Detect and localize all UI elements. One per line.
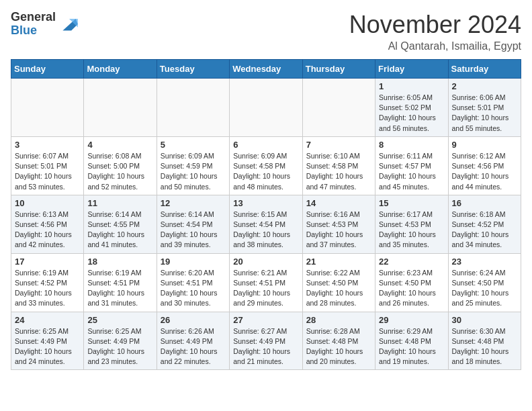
calendar-cell: 27Sunrise: 6:27 AM Sunset: 4:49 PM Dayli…	[230, 312, 302, 370]
day-info: Sunrise: 6:27 AM Sunset: 4:49 PM Dayligh…	[233, 326, 298, 367]
day-info: Sunrise: 6:25 AM Sunset: 4:49 PM Dayligh…	[15, 326, 80, 367]
day-number: 18	[87, 257, 152, 267]
calendar-cell	[157, 79, 229, 137]
day-info: Sunrise: 6:09 AM Sunset: 4:58 PM Dayligh…	[233, 151, 298, 192]
calendar-cell: 23Sunrise: 6:24 AM Sunset: 4:50 PM Dayli…	[448, 253, 521, 312]
day-info: Sunrise: 6:15 AM Sunset: 4:54 PM Dayligh…	[233, 210, 298, 250]
day-info: Sunrise: 6:06 AM Sunset: 5:01 PM Dayligh…	[452, 93, 517, 134]
day-info: Sunrise: 6:28 AM Sunset: 4:48 PM Dayligh…	[306, 326, 371, 367]
day-number: 26	[161, 315, 226, 325]
day-info: Sunrise: 6:10 AM Sunset: 4:58 PM Dayligh…	[306, 151, 371, 192]
calendar-cell	[84, 79, 157, 137]
day-number: 9	[452, 140, 517, 150]
day-number: 30	[452, 315, 517, 325]
calendar-table: SundayMondayTuesdayWednesdayThursdayFrid…	[11, 59, 521, 370]
day-info: Sunrise: 6:21 AM Sunset: 4:51 PM Dayligh…	[233, 268, 298, 309]
day-info: Sunrise: 6:19 AM Sunset: 4:52 PM Dayligh…	[15, 268, 80, 309]
day-number: 15	[379, 198, 444, 208]
day-info: Sunrise: 6:14 AM Sunset: 4:54 PM Dayligh…	[161, 210, 226, 250]
weekday-header-monday: Monday	[84, 60, 157, 79]
calendar-cell: 25Sunrise: 6:25 AM Sunset: 4:49 PM Dayli…	[84, 312, 157, 370]
day-number: 21	[306, 257, 371, 267]
day-info: Sunrise: 6:19 AM Sunset: 4:51 PM Dayligh…	[87, 268, 152, 309]
day-number: 1	[379, 81, 444, 91]
day-number: 12	[161, 198, 226, 208]
logo-icon	[58, 13, 80, 35]
weekday-header-tuesday: Tuesday	[157, 60, 229, 79]
day-number: 6	[233, 140, 298, 150]
day-number: 23	[452, 257, 517, 267]
calendar-cell	[11, 79, 84, 137]
calendar-cell: 30Sunrise: 6:30 AM Sunset: 4:48 PM Dayli…	[448, 312, 521, 370]
day-info: Sunrise: 6:23 AM Sunset: 4:50 PM Dayligh…	[379, 268, 444, 309]
weekday-header-thursday: Thursday	[302, 60, 375, 79]
day-info: Sunrise: 6:18 AM Sunset: 4:52 PM Dayligh…	[452, 210, 517, 250]
day-number: 13	[233, 198, 298, 208]
calendar-cell: 20Sunrise: 6:21 AM Sunset: 4:51 PM Dayli…	[230, 253, 302, 312]
weekday-header-saturday: Saturday	[448, 60, 521, 79]
calendar-cell: 5Sunrise: 6:09 AM Sunset: 4:59 PM Daylig…	[157, 136, 229, 195]
day-info: Sunrise: 6:08 AM Sunset: 5:00 PM Dayligh…	[87, 151, 152, 192]
calendar-cell: 16Sunrise: 6:18 AM Sunset: 4:52 PM Dayli…	[448, 195, 521, 253]
logo-general: General	[11, 11, 56, 24]
title-block: November 2024 Al Qantarah, Ismailia, Egy…	[349, 11, 521, 52]
calendar-cell: 17Sunrise: 6:19 AM Sunset: 4:52 PM Dayli…	[11, 253, 84, 312]
calendar-cell: 24Sunrise: 6:25 AM Sunset: 4:49 PM Dayli…	[11, 312, 84, 370]
day-number: 11	[87, 198, 152, 208]
day-info: Sunrise: 6:12 AM Sunset: 4:56 PM Dayligh…	[452, 151, 517, 192]
calendar-cell: 28Sunrise: 6:28 AM Sunset: 4:48 PM Dayli…	[302, 312, 375, 370]
day-info: Sunrise: 6:09 AM Sunset: 4:59 PM Dayligh…	[161, 151, 226, 192]
day-number: 2	[452, 81, 517, 91]
calendar-cell: 19Sunrise: 6:20 AM Sunset: 4:51 PM Dayli…	[157, 253, 229, 312]
day-number: 25	[87, 315, 152, 325]
calendar-cell: 9Sunrise: 6:12 AM Sunset: 4:56 PM Daylig…	[448, 136, 521, 195]
page-header: General Blue November 2024 Al Qantarah, …	[11, 11, 521, 52]
day-info: Sunrise: 6:14 AM Sunset: 4:55 PM Dayligh…	[87, 210, 152, 250]
day-number: 19	[161, 257, 226, 267]
day-number: 28	[306, 315, 371, 325]
calendar-week-row: 10Sunrise: 6:13 AM Sunset: 4:56 PM Dayli…	[11, 195, 521, 253]
calendar-cell: 22Sunrise: 6:23 AM Sunset: 4:50 PM Dayli…	[375, 253, 448, 312]
day-info: Sunrise: 6:22 AM Sunset: 4:50 PM Dayligh…	[306, 268, 371, 309]
calendar-week-row: 24Sunrise: 6:25 AM Sunset: 4:49 PM Dayli…	[11, 312, 521, 370]
day-info: Sunrise: 6:20 AM Sunset: 4:51 PM Dayligh…	[161, 268, 226, 309]
calendar-week-row: 1Sunrise: 6:05 AM Sunset: 5:02 PM Daylig…	[11, 79, 521, 137]
day-number: 3	[15, 140, 80, 150]
day-info: Sunrise: 6:24 AM Sunset: 4:50 PM Dayligh…	[452, 268, 517, 309]
day-info: Sunrise: 6:17 AM Sunset: 4:53 PM Dayligh…	[379, 210, 444, 250]
logo-blue: Blue	[11, 24, 56, 38]
day-info: Sunrise: 6:07 AM Sunset: 5:01 PM Dayligh…	[15, 151, 80, 192]
calendar-cell: 1Sunrise: 6:05 AM Sunset: 5:02 PM Daylig…	[375, 79, 448, 137]
day-info: Sunrise: 6:29 AM Sunset: 4:48 PM Dayligh…	[379, 326, 444, 367]
calendar-cell: 6Sunrise: 6:09 AM Sunset: 4:58 PM Daylig…	[230, 136, 302, 195]
calendar-cell: 11Sunrise: 6:14 AM Sunset: 4:55 PM Dayli…	[84, 195, 157, 253]
calendar-cell: 8Sunrise: 6:11 AM Sunset: 4:57 PM Daylig…	[375, 136, 448, 195]
calendar-cell: 18Sunrise: 6:19 AM Sunset: 4:51 PM Dayli…	[84, 253, 157, 312]
day-info: Sunrise: 6:30 AM Sunset: 4:48 PM Dayligh…	[452, 326, 517, 367]
day-number: 7	[306, 140, 371, 150]
day-number: 27	[233, 315, 298, 325]
calendar-cell: 7Sunrise: 6:10 AM Sunset: 4:58 PM Daylig…	[302, 136, 375, 195]
calendar-cell: 26Sunrise: 6:26 AM Sunset: 4:49 PM Dayli…	[157, 312, 229, 370]
day-number: 8	[379, 140, 444, 150]
calendar-week-row: 17Sunrise: 6:19 AM Sunset: 4:52 PM Dayli…	[11, 253, 521, 312]
calendar-cell: 4Sunrise: 6:08 AM Sunset: 5:00 PM Daylig…	[84, 136, 157, 195]
calendar-cell: 21Sunrise: 6:22 AM Sunset: 4:50 PM Dayli…	[302, 253, 375, 312]
day-info: Sunrise: 6:11 AM Sunset: 4:57 PM Dayligh…	[379, 151, 444, 192]
calendar-cell: 3Sunrise: 6:07 AM Sunset: 5:01 PM Daylig…	[11, 136, 84, 195]
day-info: Sunrise: 6:26 AM Sunset: 4:49 PM Dayligh…	[161, 326, 226, 367]
day-number: 5	[161, 140, 226, 150]
day-info: Sunrise: 6:13 AM Sunset: 4:56 PM Dayligh…	[15, 210, 80, 250]
calendar-cell: 2Sunrise: 6:06 AM Sunset: 5:01 PM Daylig…	[448, 79, 521, 137]
day-number: 17	[15, 257, 80, 267]
day-number: 24	[15, 315, 80, 325]
calendar-cell: 10Sunrise: 6:13 AM Sunset: 4:56 PM Dayli…	[11, 195, 84, 253]
day-info: Sunrise: 6:25 AM Sunset: 4:49 PM Dayligh…	[87, 326, 152, 367]
day-number: 4	[87, 140, 152, 150]
weekday-header-friday: Friday	[375, 60, 448, 79]
day-number: 22	[379, 257, 444, 267]
calendar-cell: 14Sunrise: 6:16 AM Sunset: 4:53 PM Dayli…	[302, 195, 375, 253]
weekday-header-sunday: Sunday	[11, 60, 84, 79]
calendar-cell: 15Sunrise: 6:17 AM Sunset: 4:53 PM Dayli…	[375, 195, 448, 253]
day-number: 20	[233, 257, 298, 267]
